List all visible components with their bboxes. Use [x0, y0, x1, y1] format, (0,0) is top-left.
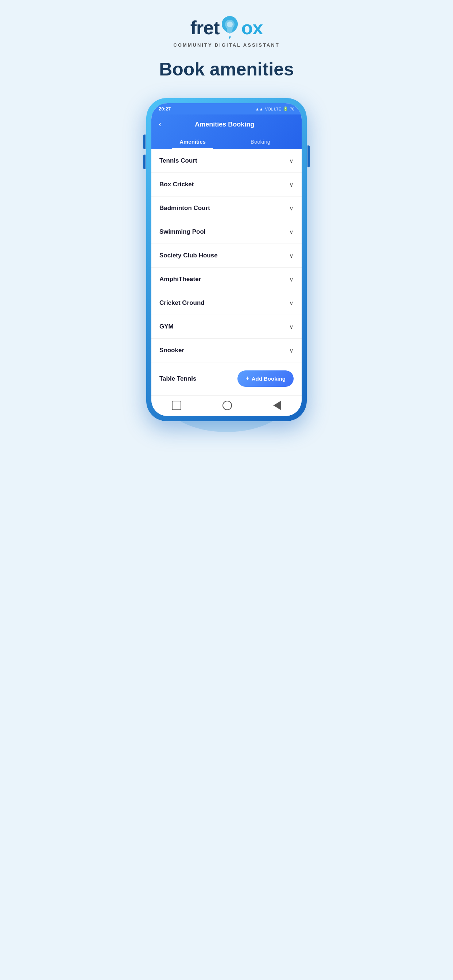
phone-mockup: 20:27 ▲▲ VOL LTE 🔋 76 ‹ Amenities Bookin…: [146, 98, 307, 421]
amenity-name: Table Tennis: [160, 375, 196, 382]
amenity-name: GYM: [160, 323, 174, 330]
list-item[interactable]: Box Cricket ∨: [152, 173, 301, 197]
home-icon[interactable]: [172, 401, 181, 410]
back-button[interactable]: ‹: [159, 119, 161, 129]
wifi-icon: VOL LTE: [265, 107, 281, 111]
list-item[interactable]: Swimming Pool ∨: [152, 220, 301, 244]
app-header: ‹ Amenities Booking Amenities Booking: [152, 115, 301, 149]
logo-text-start: fret: [190, 17, 220, 39]
logo-subtitle: COMMUNITY DIGITAL ASSISTANT: [173, 42, 279, 48]
list-item[interactable]: Tennis Court ∨: [152, 149, 301, 173]
page-title: Book amenities: [159, 59, 294, 80]
chevron-down-icon: ∨: [289, 300, 293, 307]
logo-text-end: ox: [241, 17, 263, 39]
amenities-list: Tennis Court ∨ Box Cricket ∨ Badminton C…: [152, 149, 301, 395]
amenity-name: Cricket Ground: [160, 299, 205, 307]
logo-icon: [218, 14, 241, 41]
amenity-name: AmphiTheater: [160, 275, 201, 283]
chevron-down-icon: ∨: [289, 252, 293, 259]
back-nav-icon[interactable]: [273, 401, 281, 410]
tabs-row: Amenities Booking: [159, 134, 294, 149]
signal-icon: ▲▲: [255, 107, 263, 111]
chevron-down-icon: ∨: [289, 347, 293, 354]
chevron-down-icon: ∨: [289, 205, 293, 212]
add-booking-button[interactable]: + Add Booking: [238, 371, 293, 387]
chevron-down-icon: ∨: [289, 276, 293, 283]
chevron-down-icon: ∨: [289, 323, 293, 330]
amenity-name: Badminton Court: [160, 205, 210, 212]
battery-percent: 76: [290, 107, 294, 111]
list-item[interactable]: AmphiTheater ∨: [152, 267, 301, 291]
app-header-row: ‹ Amenities Booking: [159, 119, 294, 134]
amenity-name: Swimming Pool: [160, 228, 206, 235]
amenity-name: Society Club House: [160, 252, 218, 259]
list-item[interactable]: GYM ∨: [152, 315, 301, 339]
logo-section: fret ox COMMUNITY DIGITAL ASSISTANT: [173, 14, 279, 48]
status-icons: ▲▲ VOL LTE 🔋 76: [255, 107, 294, 111]
amenity-name: Box Cricket: [160, 181, 194, 188]
phone-inner: 20:27 ▲▲ VOL LTE 🔋 76 ‹ Amenities Bookin…: [152, 103, 301, 416]
plus-icon: +: [246, 375, 249, 382]
list-item[interactable]: Snooker ∨: [152, 339, 301, 363]
tab-amenities[interactable]: Amenities: [159, 134, 226, 149]
tab-booking[interactable]: Booking: [226, 134, 294, 149]
logo-container: fret ox: [190, 14, 263, 41]
svg-point-0: [227, 22, 233, 27]
circle-icon[interactable]: [222, 401, 232, 410]
app-header-title: Amenities Booking: [166, 121, 294, 128]
list-item-last[interactable]: Table Tennis + Add Booking: [152, 363, 301, 395]
status-time: 20:27: [159, 106, 171, 111]
amenity-name: Snooker: [160, 347, 184, 354]
battery-icon: 🔋: [283, 107, 288, 111]
list-item[interactable]: Cricket Ground ∨: [152, 291, 301, 315]
phone-outer: 20:27 ▲▲ VOL LTE 🔋 76 ‹ Amenities Bookin…: [146, 98, 307, 421]
phone-notch: [205, 103, 248, 111]
chevron-down-icon: ∨: [289, 181, 293, 188]
add-booking-label: Add Booking: [252, 375, 286, 382]
chevron-down-icon: ∨: [289, 229, 293, 235]
list-item[interactable]: Society Club House ∨: [152, 244, 301, 267]
list-item[interactable]: Badminton Court ∨: [152, 197, 301, 220]
chevron-down-icon: ∨: [289, 158, 293, 164]
bottom-nav: [152, 395, 301, 416]
amenity-name: Tennis Court: [160, 157, 197, 164]
